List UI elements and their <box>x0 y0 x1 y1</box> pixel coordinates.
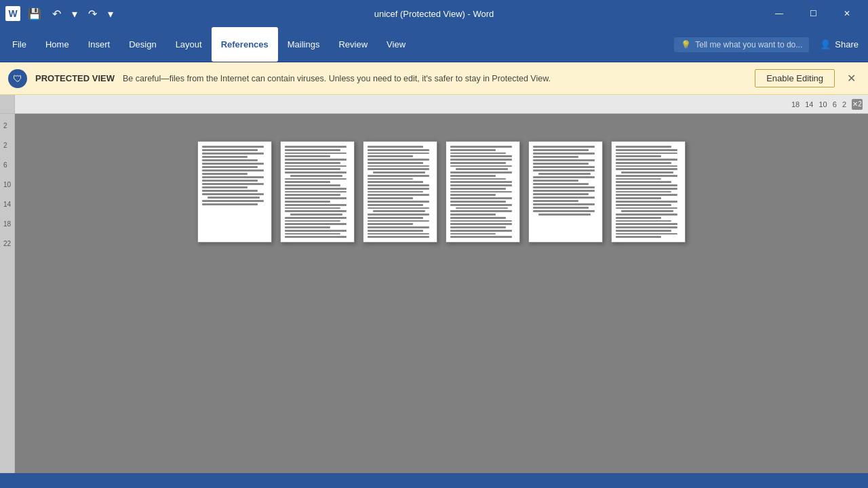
main-area: 2 2 6 10 14 18 22 <box>0 114 868 473</box>
protected-bar-close-button[interactable]: ✕ <box>843 70 860 86</box>
enable-editing-button[interactable]: Enable Editing <box>755 69 835 87</box>
protected-view-label: PROTECTED VIEW <box>35 73 115 83</box>
undo-button[interactable]: ↶ <box>49 6 64 22</box>
ruler-horizontal <box>15 95 868 113</box>
ruler-corner <box>0 95 15 113</box>
horizontal-ruler: 18 14 10 6 2 ✕2 <box>0 95 868 114</box>
title-bar: W 💾 ↶ ▾ ↷ ▾ unicef (Protected View) - Wo… <box>0 0 868 27</box>
ribbon-tab-layout[interactable]: Layout <box>166 27 212 62</box>
save-button[interactable]: 💾 <box>24 6 45 22</box>
document-title: unicef (Protected View) - Word <box>374 9 494 19</box>
title-bar-left: W 💾 ↶ ▾ ↷ ▾ <box>5 6 117 22</box>
ribbon-tab-references[interactable]: References <box>212 27 278 62</box>
ribbon-tab-design[interactable]: Design <box>119 27 165 62</box>
ribbon-tab-view[interactable]: View <box>377 27 415 62</box>
word-icon: W <box>5 6 20 21</box>
title-bar-right: — ☐ ✕ <box>764 3 863 24</box>
page-content-5 <box>533 146 598 238</box>
close-button[interactable]: ✕ <box>831 3 863 24</box>
restore-button[interactable]: ☐ <box>797 3 829 24</box>
pages-row <box>197 141 686 243</box>
page-content-3 <box>368 146 433 238</box>
undo-dropdown[interactable]: ▾ <box>68 6 81 22</box>
status-bar <box>0 473 868 488</box>
page-thumb-3 <box>363 141 437 243</box>
page-thumb-5 <box>528 141 603 243</box>
minimize-button[interactable]: — <box>764 3 795 24</box>
page-content-4 <box>450 146 515 238</box>
vertical-ruler-numbers: 2 2 6 10 14 18 22 <box>3 122 11 247</box>
protected-view-message: Be careful—files from the Internet can c… <box>123 74 747 83</box>
page-thumb-1 <box>197 141 272 243</box>
page-content-1 <box>202 146 267 238</box>
ribbon-tab-mailings[interactable]: Mailings <box>278 27 330 62</box>
ribbon-tab-review[interactable]: Review <box>329 27 377 62</box>
lightbulb-icon: 💡 <box>681 40 691 49</box>
ribbon-search-area: 💡 Tell me what you want to do... 👤 Share <box>674 37 865 52</box>
document-area[interactable] <box>15 114 868 473</box>
qat-dropdown[interactable]: ▾ <box>104 6 117 22</box>
page-thumb-2 <box>280 141 355 243</box>
shield-icon: 🛡 <box>8 69 27 88</box>
ribbon-tab-file[interactable]: File <box>3 27 36 62</box>
page-thumb-4 <box>446 141 520 243</box>
vertical-ruler: 2 2 6 10 14 18 22 <box>0 114 15 473</box>
ruler-numbers: 18 14 10 6 2 ✕2 <box>791 99 863 110</box>
ribbon-tab-home[interactable]: Home <box>36 27 79 62</box>
ribbon: File Home Insert Design Layout Reference… <box>0 27 868 62</box>
tell-me-search[interactable]: 💡 Tell me what you want to do... <box>674 37 809 52</box>
page-content-6 <box>616 146 681 238</box>
page-thumb-6 <box>611 141 686 243</box>
redo-button[interactable]: ↷ <box>85 6 100 22</box>
share-label: Share <box>835 39 859 49</box>
protected-view-bar: 🛡 PROTECTED VIEW Be careful—files from t… <box>0 62 868 95</box>
page-content-2 <box>285 146 350 238</box>
share-button[interactable]: 👤 Share <box>813 37 865 52</box>
ribbon-tab-insert[interactable]: Insert <box>79 27 120 62</box>
person-icon: 👤 <box>820 39 831 49</box>
search-label: Tell me what you want to do... <box>695 40 802 49</box>
